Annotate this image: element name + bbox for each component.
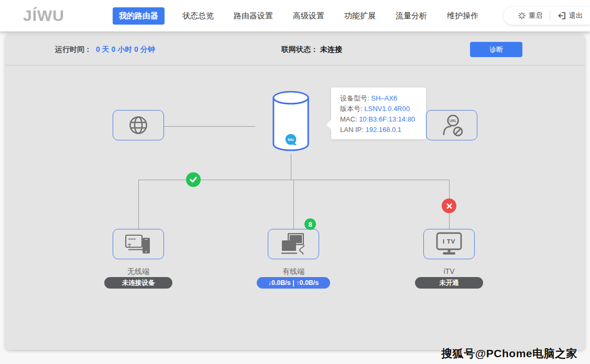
wired-node[interactable]	[268, 229, 319, 259]
device-model-value: SH–AX6	[371, 94, 397, 102]
connection-ok-icon	[186, 172, 201, 187]
wired-label: 有线端	[262, 267, 325, 277]
device-model-row: 设备型号: SH–AX6	[340, 93, 426, 104]
wired-count-badge: 8	[304, 218, 316, 230]
status-bar: 运行时间： 0 天 0 小时 0 分钟 联网状态： 未连接 诊断	[5, 34, 585, 65]
device-model-label: 设备型号:	[340, 94, 371, 102]
restart-label: 重启	[529, 11, 542, 20]
topology-map: biu 设备型号: SH–AX6 版本号: LSNV1.0.4R00 MAC: …	[5, 66, 585, 350]
line-internet-router	[164, 126, 255, 127]
line-down-wireless	[138, 180, 139, 229]
nav-item-maintenance[interactable]: 维护操作	[445, 7, 480, 25]
nav-item-router-settings[interactable]: 路由器设置	[232, 7, 275, 25]
logout-label: 退出	[569, 11, 583, 20]
network-status-value: 未连接	[320, 45, 342, 53]
uptime-status: 运行时间： 0 天 0 小时 0 分钟	[55, 45, 155, 54]
wireless-status-badge: 未连接设备	[104, 277, 172, 289]
line-router-down	[291, 154, 291, 180]
www-icon-text: www	[128, 237, 136, 240]
top-navbar: JÍWU 我的路由器 状态总览 路由器设置 高级设置 功能扩展 流量分析 维护操…	[0, 0, 590, 31]
firmware-version-value: LSNV1.0.4R00	[364, 105, 410, 113]
wired-speed-badge: ↓0.0B/s | ↑0.0B/s	[257, 277, 330, 289]
itv-icon-text: I TV	[443, 238, 455, 245]
internet-node[interactable]	[113, 110, 164, 140]
logout-button[interactable]: 退出	[550, 7, 590, 25]
firmware-version-label: 版本号:	[340, 105, 364, 113]
mac-address-label: MAC:	[340, 115, 359, 123]
itv-node[interactable]: I TV	[423, 229, 475, 259]
globe-icon	[125, 112, 151, 138]
url-block-icon: URL	[439, 112, 465, 138]
device-info-tooltip: 设备型号: SH–AX6 版本号: LSNV1.0.4R00 MAC: 10:B…	[331, 87, 426, 139]
itv-icon: I TV	[434, 231, 464, 257]
restart-button[interactable]: 重启	[511, 7, 550, 25]
line-down-wired	[293, 180, 294, 229]
nav-item-traffic-analysis[interactable]: 流量分析	[394, 7, 429, 25]
line-horizontal-bus	[138, 180, 450, 180]
diagnose-button[interactable]: 诊断	[470, 42, 522, 57]
router-badge-text: biu	[288, 137, 294, 142]
mac-address-row: MAC: 10:B3:6F:13:14:80	[340, 114, 426, 125]
itv-label: iTV	[418, 267, 480, 275]
nav-item-status-overview[interactable]: 状态总览	[180, 7, 216, 25]
nav-item-advanced-settings[interactable]: 高级设置	[291, 7, 326, 25]
connection-error-icon	[442, 198, 456, 213]
restart-spinner-icon	[518, 12, 526, 19]
itv-status-badge: 未开通	[415, 277, 483, 289]
router-device[interactable]: biu	[272, 89, 310, 154]
url-filter-node[interactable]: URL	[426, 110, 477, 140]
logout-icon	[558, 12, 566, 19]
main-panel: 运行时间： 0 天 0 小时 0 分钟 联网状态： 未连接 诊断	[5, 34, 585, 350]
router-admin-screen: JÍWU 我的路由器 状态总览 路由器设置 高级设置 功能扩展 流量分析 维护操…	[0, 0, 590, 364]
wireless-label: 无线端	[107, 267, 170, 277]
main-nav: 我的路由器 状态总览 路由器设置 高级设置 功能扩展 流量分析 维护操作	[113, 0, 480, 31]
wireless-node[interactable]: www	[113, 229, 164, 259]
router-cylinder-icon: biu	[272, 89, 310, 154]
wired-devices-icon	[279, 231, 308, 257]
network-status-label: 联网状态：	[281, 45, 318, 53]
mac-address-value: 10:B3:6F:13:14:80	[359, 115, 415, 123]
url-icon-text: URL	[450, 119, 457, 123]
nav-item-my-router[interactable]: 我的路由器	[113, 7, 165, 25]
lan-ip-label: LAN IP:	[340, 126, 365, 134]
wireless-devices-icon: www	[124, 231, 153, 257]
lan-ip-row: LAN IP: 192.168.0.1	[340, 125, 426, 135]
uptime-value: 0 天 0 小时 0 分钟	[96, 45, 155, 53]
nav-action-group: 重启 退出	[504, 7, 590, 25]
nav-item-feature-extensions[interactable]: 功能扩展	[342, 7, 378, 25]
uptime-label: 运行时间：	[55, 45, 92, 53]
network-status: 联网状态： 未连接	[281, 45, 342, 54]
watermark: 搜狐号@PChome电脑之家	[441, 346, 577, 361]
firmware-version-row: 版本号: LSNV1.0.4R00	[340, 104, 426, 114]
lan-ip-value: 192.168.0.1	[365, 126, 401, 134]
brand-logo: JÍWU	[23, 7, 64, 25]
